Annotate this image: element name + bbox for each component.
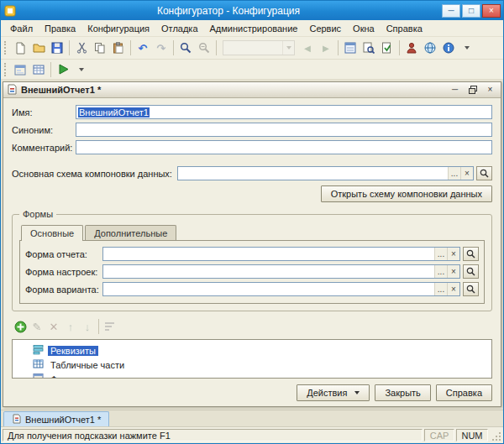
paste-icon[interactable] [109, 39, 128, 57]
syntax-check-icon[interactable] [378, 39, 396, 57]
menu-edit[interactable]: Правка [39, 22, 81, 35]
report-form-clear-button[interactable]: × [447, 248, 459, 260]
titlebar: Конфигуратор - Конфигурация ─ □ × [1, 1, 503, 20]
close-editor-button[interactable]: Закрыть [375, 384, 430, 401]
search-metadata-icon[interactable] [360, 39, 378, 57]
back-icon[interactable]: ◄ [298, 39, 317, 57]
add-icon[interactable] [12, 318, 29, 335]
child-minimize-button[interactable]: ─ [448, 84, 462, 96]
dropdown-caret-icon [354, 391, 360, 394]
variant-form-label: Форма варианта: [25, 285, 102, 295]
status-num-indicator: NUM [456, 429, 488, 441]
mdi-area: ВнешнийОтчет1 * ─ × Имя: ВнешнийОтчет1 С… [1, 80, 503, 410]
sort-icon[interactable] [102, 318, 118, 335]
schema-open-button[interactable] [476, 166, 492, 180]
menu-file[interactable]: Файл [4, 22, 39, 35]
child-restore-button[interactable] [465, 84, 480, 96]
external-report-icon [7, 84, 18, 97]
variant-form-input[interactable]: ... × [102, 282, 460, 296]
schema-clear-button[interactable]: × [460, 167, 473, 180]
resize-grip-icon[interactable] [490, 429, 501, 441]
new-file-icon[interactable] [11, 39, 29, 57]
report-form-label: Форма отчета: [25, 249, 102, 259]
forward-icon[interactable]: ► [317, 39, 335, 57]
variant-form-choose-button[interactable]: ... [434, 283, 447, 295]
document-tab[interactable]: ВнешнийОтчет1 * [3, 411, 109, 426]
settings-form-label: Форма настроек: [25, 267, 102, 277]
configuration-window-icon[interactable] [341, 39, 360, 57]
menu-windows[interactable]: Окна [347, 22, 381, 35]
comment-input[interactable] [76, 140, 492, 154]
about-icon[interactable] [439, 39, 458, 57]
tree-item-forms[interactable]: Формы [13, 372, 491, 379]
copy-icon[interactable] [91, 39, 109, 57]
schema-input[interactable]: ... × [177, 166, 474, 180]
user-settings-icon[interactable] [402, 39, 421, 57]
object-editor-titlebar[interactable]: ВнешнийОтчет1 * ─ × [3, 82, 501, 98]
toolbar-grip[interactable] [4, 41, 7, 55]
start-debugging-icon[interactable] [54, 60, 72, 79]
delete-icon[interactable]: ✕ [45, 318, 62, 335]
window-title: Конфигуратор - Конфигурация [17, 5, 440, 17]
document-tab-label: ВнешнийОтчет1 * [25, 415, 101, 425]
maximize-button[interactable]: □ [462, 4, 480, 18]
object-editor-title: ВнешнийОтчет1 * [21, 85, 444, 95]
settings-form-clear-button[interactable]: × [447, 265, 459, 278]
help-button[interactable]: Справка [436, 384, 492, 401]
secondary-toolbar [1, 60, 503, 80]
undo-icon[interactable]: ↶ [134, 39, 152, 57]
edit-icon[interactable]: ✎ [29, 318, 45, 335]
tabular-sections-icon [33, 358, 44, 371]
zoom-combobox[interactable] [223, 40, 295, 55]
cut-icon[interactable] [72, 39, 91, 57]
report-form-input[interactable]: ... × [102, 247, 460, 261]
table-editor-icon[interactable] [29, 60, 48, 79]
find-icon[interactable] [176, 39, 195, 57]
schema-input-value [178, 167, 448, 180]
actions-button[interactable]: Действия [297, 384, 370, 401]
menu-help[interactable]: Справка [381, 22, 428, 35]
combobox-dropdown-icon[interactable] [282, 41, 294, 55]
settings-form-choose-button[interactable]: ... [434, 265, 447, 278]
schema-choose-button[interactable]: ... [448, 167, 460, 180]
synonym-label: Синоним: [12, 125, 76, 135]
synonym-input[interactable] [76, 123, 492, 137]
external-report-icon [12, 414, 22, 426]
variant-form-clear-button[interactable]: × [447, 283, 459, 295]
move-up-icon[interactable]: ↑ [62, 318, 79, 335]
toolbar-separator [50, 62, 51, 77]
tree-item-attributes[interactable]: Реквизиты [13, 343, 491, 358]
menu-service[interactable]: Сервис [303, 22, 347, 35]
toolbar-overflow-icon[interactable] [72, 60, 91, 79]
variant-form-open-button[interactable] [463, 282, 479, 296]
menu-administration[interactable]: Администрирование [204, 22, 304, 35]
redo-icon[interactable]: ↷ [152, 39, 171, 57]
report-form-choose-button[interactable]: ... [434, 248, 447, 260]
open-file-icon[interactable] [29, 39, 48, 57]
web-client-icon[interactable] [421, 39, 439, 57]
tree-item-tabular-sections[interactable]: Табличные части [13, 358, 491, 372]
form-editor-icon[interactable] [11, 60, 29, 79]
toolbar-grip[interactable] [4, 63, 7, 76]
save-icon[interactable] [48, 39, 66, 57]
object-editor-content: Имя: ВнешнийОтчет1 Синоним: Комментарий:… [3, 98, 501, 406]
report-form-open-button[interactable] [463, 247, 479, 261]
find-next-icon[interactable] [195, 39, 213, 57]
minimize-button[interactable]: ─ [442, 4, 460, 18]
metadata-tree: Реквизиты Табличные части Формы [12, 339, 492, 379]
app-icon[interactable] [3, 4, 17, 18]
toolbar-separator [98, 319, 99, 334]
menu-debug[interactable]: Отладка [155, 22, 203, 35]
move-down-icon[interactable]: ↓ [79, 318, 96, 335]
settings-form-input[interactable]: ... × [102, 264, 460, 279]
forms-tabs: Основные Дополнительные [19, 225, 485, 240]
child-close-button[interactable]: × [483, 84, 497, 96]
close-button[interactable]: × [482, 4, 501, 18]
tab-additional-forms[interactable]: Дополнительные [85, 225, 176, 240]
name-input[interactable]: ВнешнийОтчет1 [76, 105, 492, 119]
settings-form-open-button[interactable] [463, 264, 479, 279]
menu-configuration[interactable]: Конфигурация [81, 22, 155, 35]
toolbar-overflow-icon[interactable] [458, 39, 476, 57]
tab-main-forms[interactable]: Основные [21, 225, 83, 241]
open-schema-button[interactable]: Открыть схему компоновки данных [321, 185, 492, 202]
